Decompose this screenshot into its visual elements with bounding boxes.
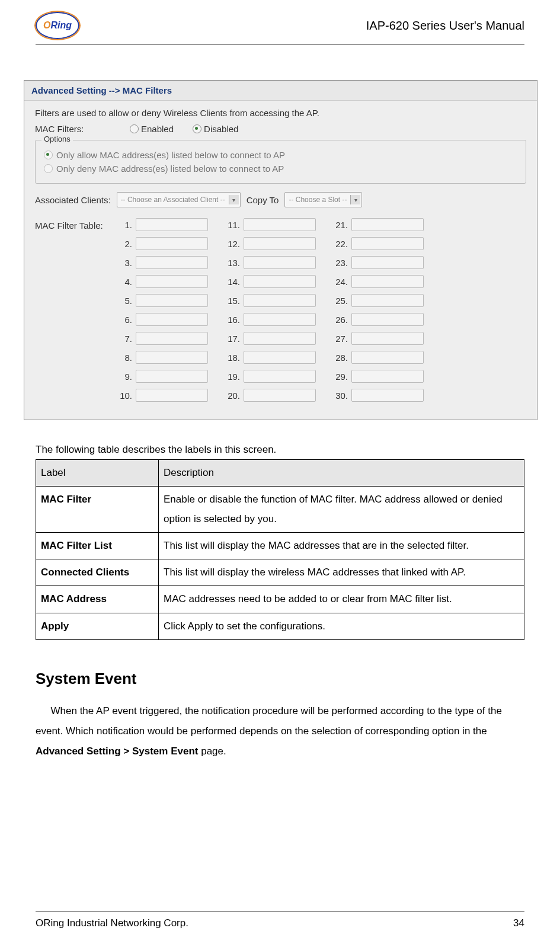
mac-input[interactable] [244,389,316,402]
mac-filters-screenshot: Advanced Setting --> MAC Filters Filters… [24,80,537,420]
mac-slot: 1. [118,218,208,231]
slot-number: 4. [118,277,132,287]
row-label: MAC Filter List [36,532,159,559]
row-label: MAC Address [36,586,159,613]
mac-input[interactable] [136,275,208,288]
mac-input[interactable] [136,332,208,345]
mac-input[interactable] [136,370,208,383]
mac-slot: 15. [226,294,316,307]
mac-input[interactable] [351,351,424,364]
mac-input[interactable] [244,218,316,231]
footer-page-number: 34 [513,917,524,929]
slot-number: 16. [226,315,240,325]
chevron-down-icon: ▾ [350,195,360,204]
mac-input[interactable] [351,256,424,269]
table-header-row: Label Description [36,460,524,487]
mac-input[interactable] [244,294,316,307]
mac-input[interactable] [244,332,316,345]
radio-disabled[interactable]: Disabled [193,124,238,134]
row-label: Connected Clients [36,559,159,586]
mac-input[interactable] [244,237,316,250]
slot-number: 28. [334,353,348,363]
slot-number: 20. [226,391,240,401]
mac-input[interactable] [136,294,208,307]
slot-number: 23. [334,258,348,268]
mac-input[interactable] [244,256,316,269]
page-header: ORing IAP-620 Series User's Manual [36,12,524,44]
mac-input[interactable] [136,313,208,326]
table-row: MAC Filter List This list will display t… [36,532,524,559]
mac-input[interactable] [351,370,424,383]
options-legend: Options [41,135,73,143]
filters-intro-text: Filters are used to allow or deny Wirele… [35,108,526,118]
slot-number: 15. [226,296,240,306]
mac-input[interactable] [351,275,424,288]
associated-clients-select[interactable]: -- Choose an Associated Client -- ▾ [117,192,241,207]
mac-slot: 17. [226,332,316,345]
para-strong: Advanced Setting > System Event [36,746,198,757]
mac-input[interactable] [244,351,316,364]
disabled-label: Disabled [204,124,238,134]
radio-dot-icon [44,164,53,173]
copy-to-label: Copy To [247,195,279,205]
table-row: Apply Click Apply to set the configurati… [36,613,524,639]
mac-input[interactable] [244,313,316,326]
mac-input[interactable] [136,237,208,250]
radio-dot-icon [130,124,139,133]
table-row: MAC Filter Enable or disable the functio… [36,487,524,533]
screenshot-titlebar: Advanced Setting --> MAC Filters [24,81,537,101]
row-label: MAC Filter [36,487,159,533]
mac-input[interactable] [244,275,316,288]
mac-input[interactable] [351,218,424,231]
mac-slot: 22. [334,237,424,250]
row-description: Enable or disable the function of MAC fi… [159,487,524,533]
mac-input[interactable] [351,313,424,326]
mac-input[interactable] [351,332,424,345]
doc-title: IAP-620 Series User's Manual [366,19,524,33]
system-event-heading: System Event [36,670,524,688]
row-description: MAC addresses need to be added to or cle… [159,586,524,613]
footer-company: ORing Industrial Networking Corp. [36,917,188,929]
select-text: -- Choose a Slot -- [289,196,347,204]
slot-number: 27. [334,334,348,344]
slot-number: 11. [226,220,240,230]
radio-enabled[interactable]: Enabled [130,124,174,134]
option-deny-label: Only deny MAC address(es) listed below t… [56,164,284,174]
slot-number: 24. [334,277,348,287]
header-description: Description [159,460,524,487]
mac-slot: 8. [118,351,208,364]
mac-input[interactable] [136,389,208,402]
slot-number: 1. [118,220,132,230]
mac-input[interactable] [136,351,208,364]
table-intro: The following table describes the labels… [36,444,524,456]
mac-input[interactable] [351,237,424,250]
mac-filters-label: MAC Filters: [35,124,118,134]
slot-number: 29. [334,372,348,382]
radio-dot-selected-icon [44,151,53,159]
mac-slot: 20. [226,389,316,402]
slot-number: 14. [226,277,240,287]
mac-slot: 21. [334,218,424,231]
table-row: Connected Clients This list will display… [36,559,524,586]
slot-number: 2. [118,239,132,249]
chevron-down-icon: ▾ [229,195,239,204]
mac-input[interactable] [244,370,316,383]
oring-logo: ORing [36,12,79,39]
mac-input[interactable] [351,294,424,307]
slot-number: 8. [118,353,132,363]
option-allow[interactable]: Only allow MAC address(es) listed below … [44,150,517,160]
mac-slot: 12. [226,237,316,250]
mac-slot: 11. [226,218,316,231]
copy-to-select[interactable]: -- Choose a Slot -- ▾ [284,192,362,207]
mac-input[interactable] [136,218,208,231]
enabled-label: Enabled [141,124,174,134]
slot-number: 13. [226,258,240,268]
mac-slot: 19. [226,370,316,383]
slot-number: 5. [118,296,132,306]
mac-input[interactable] [351,389,424,402]
associated-clients-label: Associated Clients: [35,195,111,205]
mac-slot: 18. [226,351,316,364]
option-deny[interactable]: Only deny MAC address(es) listed below t… [44,164,517,174]
mac-input[interactable] [136,256,208,269]
mac-slot: 7. [118,332,208,345]
